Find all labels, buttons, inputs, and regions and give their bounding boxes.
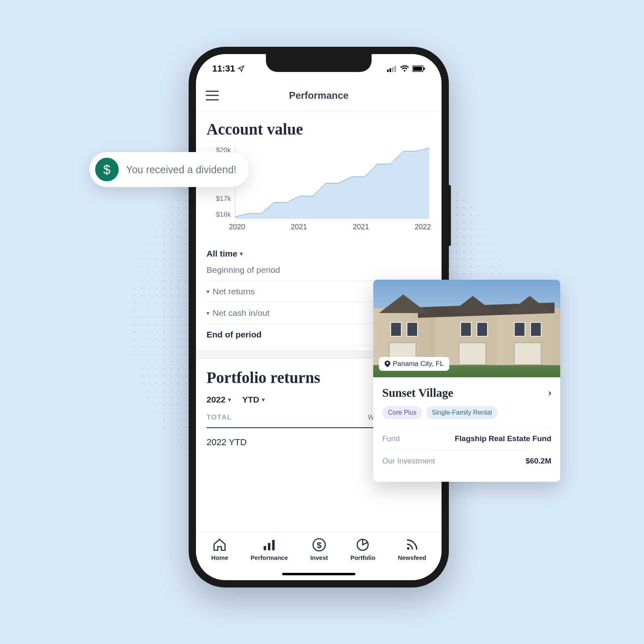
signal-icon xyxy=(387,65,397,72)
row-beginning-period: Beginning of period xyxy=(207,263,431,281)
status-time: 11:31 xyxy=(212,63,235,74)
dollar-icon: $ xyxy=(95,158,119,181)
chevron-down-icon: ▾ xyxy=(228,396,231,403)
dividend-toast[interactable]: $ You received a dividend! xyxy=(89,152,249,187)
card-row-investment: Our Investment $60.2M xyxy=(382,450,551,472)
range-filter[interactable]: YTD▾ xyxy=(242,395,265,405)
badge-single-family: Single-Family Rental xyxy=(426,406,498,419)
property-title: Sunset Village xyxy=(382,386,453,400)
tab-newsfeed[interactable]: Newsfeed xyxy=(398,537,426,580)
tab-home[interactable]: Home xyxy=(211,537,228,580)
home-indicator[interactable] xyxy=(282,573,355,575)
svg-rect-6 xyxy=(413,67,422,71)
svg-rect-0 xyxy=(387,70,389,72)
svg-text:$: $ xyxy=(317,540,322,550)
dollar-circle-icon: $ xyxy=(312,537,326,552)
chevron-down-icon: ▾ xyxy=(262,396,265,403)
wifi-icon xyxy=(400,65,409,72)
chevron-down-icon: ▾ xyxy=(240,250,243,257)
account-value-heading: Account value xyxy=(207,120,431,138)
badge-core-plus: Core Plus xyxy=(382,406,422,419)
chevron-down-icon: ▾ xyxy=(207,288,209,295)
svg-rect-10 xyxy=(272,540,275,550)
pie-chart-icon xyxy=(355,537,370,552)
toast-message: You received a dividend! xyxy=(126,164,237,176)
map-pin-icon xyxy=(385,361,390,367)
chart-x-axis: 2020 2021 2021 2022 xyxy=(229,223,431,231)
property-card[interactable]: Panama City, FL Sunset Village › Core Pl… xyxy=(373,280,560,482)
bar-chart-icon xyxy=(262,537,276,552)
location-badge: Panama City, FL xyxy=(379,357,449,371)
svg-rect-7 xyxy=(424,67,425,70)
battery-icon xyxy=(412,65,425,72)
rss-icon xyxy=(405,537,419,552)
svg-point-4 xyxy=(404,70,405,72)
location-arrow-icon xyxy=(237,65,245,72)
svg-point-15 xyxy=(387,362,389,364)
phone-notch xyxy=(266,54,372,72)
chevron-right-icon[interactable]: › xyxy=(548,388,551,398)
svg-rect-8 xyxy=(264,546,266,550)
chart-plot-area xyxy=(235,146,429,219)
svg-rect-3 xyxy=(394,66,396,72)
year-filter[interactable]: 2022▾ xyxy=(207,395,231,405)
chevron-down-icon: ▾ xyxy=(207,310,209,316)
svg-point-14 xyxy=(407,547,409,550)
page-title: Performance xyxy=(196,90,442,101)
card-row-fund: Fund Flagship Real Estate Fund xyxy=(382,427,551,450)
property-image: Panama City, FL xyxy=(373,280,560,377)
svg-rect-2 xyxy=(392,67,394,72)
home-icon xyxy=(212,537,227,552)
app-header: Performance xyxy=(196,80,442,111)
svg-rect-9 xyxy=(268,543,270,550)
period-selector[interactable]: All time▾ xyxy=(207,244,431,263)
svg-rect-1 xyxy=(389,68,391,72)
